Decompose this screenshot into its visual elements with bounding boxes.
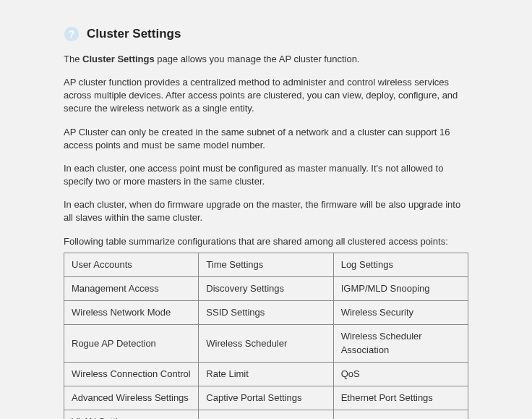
page-header: ? Cluster Settings: [64, 25, 468, 43]
table-row: Management Access Discovery Settings IGM…: [64, 277, 468, 301]
shared-table-caption: Following table summarize configurations…: [64, 235, 468, 248]
intro-p1-suffix: page allows you manage the AP cluster fu…: [155, 54, 360, 64]
help-icon: ?: [64, 26, 80, 42]
intro-paragraph-4: In each cluster, one access point must b…: [64, 162, 468, 188]
table-row: User Accounts Time Settings Log Settings: [64, 253, 468, 276]
table-cell: VLAN Settings: [64, 410, 199, 419]
svg-text:?: ?: [69, 28, 74, 39]
intro-paragraph-1: The Cluster Settings page allows you man…: [64, 53, 468, 66]
intro-paragraph-2: AP cluster function provides a centraliz…: [64, 76, 468, 116]
table-cell: Log Settings: [333, 253, 468, 276]
page-title: Cluster Settings: [87, 25, 181, 43]
table-cell: Wireless Scheduler: [199, 325, 333, 362]
table-cell: Wireless Network Mode: [64, 301, 199, 325]
table-cell: QoS: [333, 362, 468, 386]
table-cell: Time Settings: [199, 253, 333, 276]
table-cell: IGMP/MLD Snooping: [333, 277, 468, 301]
table-cell: [333, 410, 468, 419]
intro-paragraph-3: AP Cluster can only be created in the sa…: [64, 126, 468, 152]
table-cell: Management Access: [64, 277, 199, 301]
table-cell: Discovery Settings: [199, 277, 333, 301]
table-cell: [199, 410, 333, 419]
table-cell: Advanced Wireless Settings: [64, 386, 199, 410]
table-cell: Rogue AP Detection: [64, 325, 199, 362]
table-cell: SSID Settings: [199, 301, 333, 325]
intro-p1-bold: Cluster Settings: [82, 54, 155, 64]
shared-config-table: User Accounts Time Settings Log Settings…: [64, 253, 468, 419]
table-row: Rogue AP Detection Wireless Scheduler Wi…: [64, 325, 468, 362]
table-cell: Rate Limit: [199, 362, 333, 386]
intro-paragraph-5: In each cluster, when do firmware upgrad…: [64, 198, 468, 224]
table-cell: User Accounts: [64, 253, 199, 276]
table-cell: Captive Portal Settings: [199, 386, 333, 410]
table-row: Wireless Connection Control Rate Limit Q…: [64, 362, 468, 386]
table-cell: Wireless Security: [333, 301, 468, 325]
table-row: Advanced Wireless Settings Captive Porta…: [64, 386, 468, 410]
table-cell: Wireless Scheduler Association: [333, 325, 468, 362]
table-row: Wireless Network Mode SSID Settings Wire…: [64, 301, 468, 325]
intro-p1-prefix: The: [64, 54, 82, 64]
table-row: VLAN Settings: [64, 410, 468, 419]
table-cell: Ethernet Port Settings: [333, 386, 468, 410]
table-cell: Wireless Connection Control: [64, 362, 199, 386]
